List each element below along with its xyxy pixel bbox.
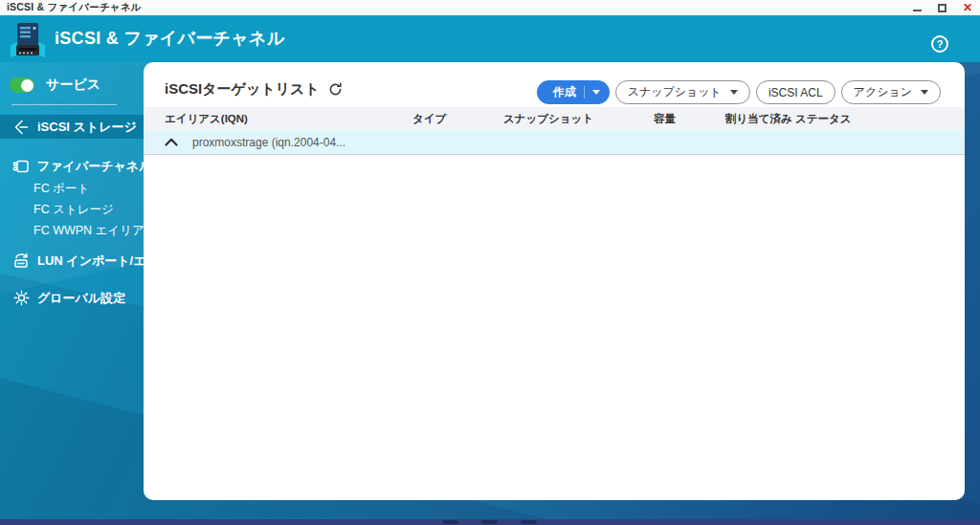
lun-import-export-icon	[12, 253, 30, 269]
sidebar-subitem-label: FC ストレージ	[33, 202, 114, 218]
action-button-label: アクション	[854, 84, 912, 100]
app-title: iSCSI & ファイバーチャネル	[55, 27, 285, 50]
action-button[interactable]: アクション	[841, 80, 941, 104]
column-header-allocated[interactable]: 割り当て済み	[725, 112, 795, 126]
chevron-down-icon	[921, 90, 928, 95]
iscsi-acl-button-label: iSCSI ACL	[768, 86, 823, 99]
snapshot-button[interactable]: スナップショット	[615, 80, 750, 104]
create-button[interactable]: 作成	[537, 80, 610, 104]
app-header: iSCSI & ファイバーチャネル ?	[0, 15, 980, 62]
dock-dot	[481, 520, 498, 524]
toggle-knob	[21, 79, 33, 92]
column-header-snapshot[interactable]: スナップショット	[503, 112, 654, 126]
main-panel: iSCSIターゲットリスト 作成 スナップショット	[144, 62, 965, 500]
page-title: iSCSIターゲットリスト	[165, 80, 320, 98]
collapse-icon[interactable]	[165, 138, 178, 146]
column-header-capacity[interactable]: 容量	[654, 112, 725, 126]
row-alias-cell: proxmoxstrage (iqn.2004-04...	[144, 136, 412, 149]
sidebar-subitem-label: FC ポート	[33, 181, 89, 197]
sidebar-item-global-settings[interactable]: グローバル設定	[0, 286, 144, 310]
maximize-icon[interactable]	[938, 4, 947, 12]
service-label: サービス	[46, 77, 100, 94]
fibre-channel-icon	[12, 159, 30, 174]
column-header-alias-iqn[interactable]: エイリアス(IQN)	[144, 112, 412, 126]
table-header: エイリアス(IQN) タイプ スナップショット 容量 割り当て済み ステータス	[144, 107, 965, 130]
chevron-down-icon	[730, 90, 738, 95]
dock-dot	[442, 520, 458, 524]
panel-header: iSCSIターゲットリスト 作成 スナップショット	[144, 62, 965, 107]
sidebar-item-label: グローバル設定	[37, 290, 125, 307]
toolbar: 作成 スナップショット iSCSI ACL アクション	[537, 80, 941, 104]
iscsi-acl-button[interactable]: iSCSI ACL	[756, 80, 835, 104]
window-titlebar: iSCSI & ファイバーチャネル ✕	[0, 0, 980, 15]
button-divider	[584, 86, 585, 98]
sidebar: サービス iSCSI ストレージ ファイバーチャネルへ FC ポート	[0, 62, 144, 310]
gear-icon	[12, 291, 30, 306]
column-header-status[interactable]: ステータス	[795, 112, 965, 126]
service-toggle-row: サービス	[0, 62, 144, 94]
snapshot-button-label: スナップショット	[628, 84, 722, 100]
sidebar-item-iscsi-storage[interactable]: iSCSI ストレージ	[0, 115, 144, 139]
window-title: iSCSI & ファイバーチャネル	[7, 1, 142, 14]
sidebar-item-label: iSCSI ストレージ	[37, 119, 137, 136]
service-toggle[interactable]	[10, 77, 34, 93]
column-header-type[interactable]: タイプ	[412, 112, 503, 126]
refresh-icon[interactable]	[328, 82, 343, 97]
help-icon[interactable]: ?	[931, 35, 948, 53]
window-controls: ✕	[913, 0, 972, 15]
sidebar-subitem-label: FC WWPN エイリアス	[33, 223, 157, 239]
sidebar-item-fc-wwpn-alias[interactable]: FC WWPN エイリアス	[0, 220, 144, 241]
table-row[interactable]: proxmoxstrage (iqn.2004-04...	[144, 130, 965, 155]
app-logo-icon	[9, 21, 47, 63]
taskbar-strip	[0, 519, 980, 525]
dock-dot	[521, 520, 537, 524]
minimize-icon[interactable]	[913, 10, 922, 11]
sidebar-item-fibre-channel[interactable]: ファイバーチャネルへ	[0, 154, 144, 178]
sidebar-item-fc-storage[interactable]: FC ストレージ	[0, 199, 144, 220]
sidebar-item-lun-import-export[interactable]: LUN インポート/エク...	[0, 249, 144, 273]
row-alias: proxmoxstrage (iqn.2004-04...	[192, 136, 345, 149]
iscsi-storage-icon	[12, 120, 30, 135]
dock-indicator	[442, 520, 537, 524]
panel-title-wrap: iSCSIターゲットリスト	[165, 80, 343, 98]
close-icon[interactable]: ✕	[963, 1, 972, 14]
sidebar-item-fc-port[interactable]: FC ポート	[0, 178, 144, 199]
create-button-label: 作成	[553, 84, 576, 100]
screen: iSCSI & ファイバーチャネル ✕	[0, 0, 980, 525]
chevron-down-icon	[592, 90, 600, 95]
sidebar-divider	[11, 104, 117, 105]
